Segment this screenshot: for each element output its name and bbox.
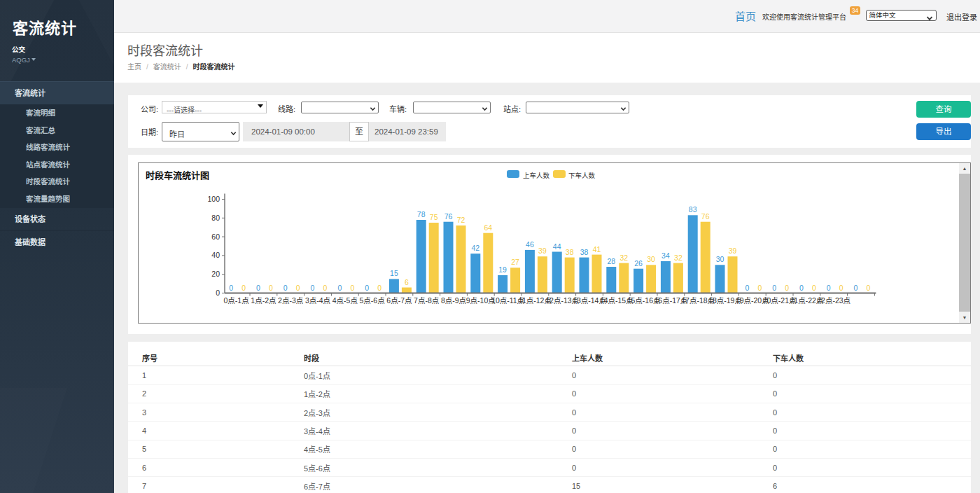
svg-text:0: 0 [377, 284, 382, 292]
svg-text:32: 32 [620, 254, 628, 262]
svg-text:83: 83 [689, 205, 697, 214]
svg-text:100: 100 [207, 195, 220, 203]
svg-text:0: 0 [785, 284, 789, 292]
svg-text:0: 0 [854, 284, 858, 292]
svg-text:0点-1点: 0点-1点 [224, 296, 249, 305]
svg-text:72: 72 [457, 216, 465, 224]
svg-text:40: 40 [211, 251, 220, 259]
svg-text:41: 41 [593, 245, 601, 254]
svg-text:75: 75 [430, 213, 438, 221]
svg-text:22点-23点: 22点-23点 [817, 296, 850, 305]
svg-text:46: 46 [526, 240, 534, 249]
svg-text:60: 60 [211, 232, 220, 241]
svg-text:0: 0 [365, 284, 369, 292]
svg-text:0: 0 [337, 284, 342, 292]
svg-text:15: 15 [390, 269, 398, 277]
svg-text:76: 76 [444, 212, 453, 221]
svg-text:0: 0 [772, 284, 776, 292]
svg-text:0: 0 [757, 284, 762, 292]
svg-text:7点-8点: 7点-8点 [414, 296, 439, 305]
svg-text:39: 39 [538, 246, 547, 255]
svg-text:4点-5点: 4点-5点 [332, 296, 358, 305]
svg-text:0: 0 [229, 284, 233, 292]
svg-text:27: 27 [511, 258, 519, 266]
svg-text:26: 26 [634, 259, 643, 268]
svg-text:0: 0 [323, 284, 328, 292]
svg-text:32: 32 [674, 254, 682, 262]
svg-text:0: 0 [284, 284, 288, 292]
svg-text:2点-3点: 2点-3点 [278, 296, 303, 305]
svg-text:20: 20 [211, 270, 220, 278]
svg-text:30: 30 [647, 255, 655, 263]
svg-text:0: 0 [745, 284, 749, 292]
svg-text:6: 6 [405, 278, 409, 286]
svg-text:28: 28 [607, 257, 615, 265]
svg-text:0: 0 [256, 284, 260, 292]
svg-text:0: 0 [296, 284, 300, 292]
svg-text:38: 38 [580, 248, 589, 256]
svg-text:76: 76 [701, 212, 710, 221]
svg-text:80: 80 [211, 214, 220, 222]
svg-text:0: 0 [311, 284, 315, 292]
svg-text:0: 0 [216, 289, 220, 297]
svg-text:5点-6点: 5点-6点 [360, 296, 385, 305]
svg-text:3点-4点: 3点-4点 [305, 296, 330, 305]
svg-text:19: 19 [498, 265, 507, 274]
svg-text:0: 0 [350, 284, 354, 292]
svg-text:44: 44 [553, 242, 561, 251]
svg-text:0: 0 [269, 284, 273, 292]
svg-text:0: 0 [799, 284, 804, 292]
svg-text:0: 0 [827, 284, 831, 292]
svg-text:38: 38 [566, 248, 574, 256]
svg-text:34: 34 [662, 251, 670, 260]
svg-text:0: 0 [241, 284, 246, 292]
svg-text:39: 39 [729, 246, 737, 255]
svg-text:0: 0 [812, 284, 816, 292]
svg-text:8点-9点: 8点-9点 [441, 296, 466, 305]
svg-text:42: 42 [471, 244, 479, 252]
svg-text:6点-7点: 6点-7点 [386, 296, 412, 305]
svg-text:0: 0 [867, 284, 871, 292]
svg-text:64: 64 [484, 223, 492, 232]
svg-text:1点-2点: 1点-2点 [251, 296, 276, 305]
svg-text:78: 78 [417, 210, 426, 218]
svg-text:30: 30 [716, 255, 724, 263]
svg-text:0: 0 [839, 284, 844, 292]
